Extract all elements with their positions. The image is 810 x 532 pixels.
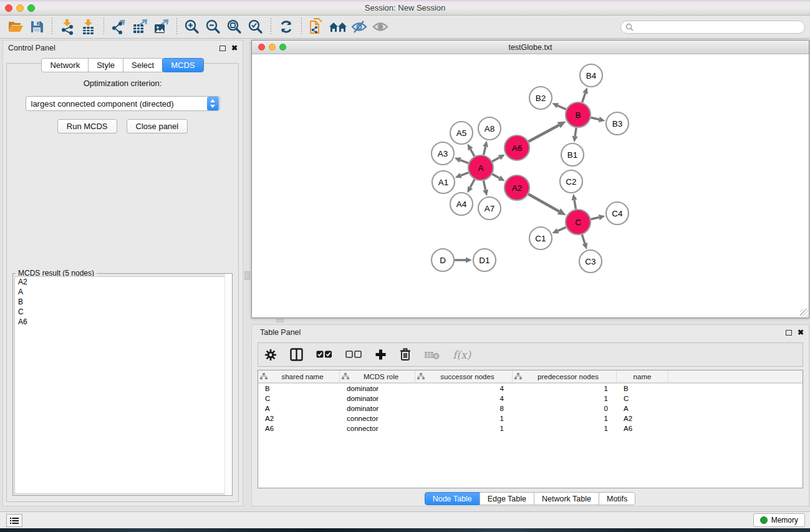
network-close-button[interactable]: [258, 44, 265, 51]
refresh-button[interactable]: [276, 17, 297, 36]
tab-motifs[interactable]: Motifs: [599, 492, 635, 505]
zoom-fit-button[interactable]: [224, 17, 245, 36]
add-column-button[interactable]: [375, 349, 387, 360]
export-network-button[interactable]: [108, 17, 130, 36]
graph-edge-A6-B[interactable]: [528, 125, 559, 142]
tab-node-table[interactable]: Node Table: [425, 492, 480, 505]
horizontal-divider-grip[interactable]: [276, 319, 284, 322]
graph-edge-A-A8[interactable]: [484, 147, 486, 155]
window-resize-grip[interactable]: [800, 309, 808, 317]
graph-edge-A-A4[interactable]: [470, 180, 475, 188]
graph-node-A7[interactable]: A7: [478, 197, 501, 220]
import-network-button[interactable]: [57, 17, 78, 36]
mcds-result-item[interactable]: A6: [15, 317, 230, 327]
table-row[interactable]: Adominator80A: [258, 404, 803, 414]
table-row[interactable]: A6connector11A6: [258, 423, 803, 433]
memory-button[interactable]: Memory: [753, 513, 805, 527]
graph-node-D[interactable]: D: [432, 249, 454, 271]
task-history-button[interactable]: [6, 514, 22, 527]
graph-node-B3[interactable]: B3: [606, 112, 629, 135]
run-mcds-button[interactable]: Run MCDS: [57, 119, 117, 133]
graph-edge-C-C1[interactable]: [558, 227, 566, 231]
graph-edge-A-A6[interactable]: [492, 157, 499, 161]
network-zoom-button[interactable]: [279, 44, 286, 51]
export-image-button[interactable]: [151, 17, 172, 36]
graph-edge-A-A3[interactable]: [460, 160, 468, 163]
network-window-titlebar[interactable]: testGlobe.txt: [252, 41, 809, 54]
graph-edge-C-C2[interactable]: [574, 200, 576, 210]
search-input[interactable]: [620, 21, 805, 34]
graph-edge-C-C3[interactable]: [582, 235, 585, 243]
graph-node-A6[interactable]: A6: [504, 135, 529, 160]
graph-node-D1[interactable]: D1: [473, 249, 496, 271]
close-panel-button[interactable]: Close panel: [127, 119, 188, 133]
graph-edge-A-A2[interactable]: [492, 174, 499, 178]
tab-style[interactable]: Style: [88, 58, 123, 72]
toggle-panel-columns-button[interactable]: [290, 348, 303, 361]
graph-node-B1[interactable]: B1: [561, 143, 584, 166]
float-panel-icon[interactable]: [219, 46, 226, 51]
hide-selected-button[interactable]: [349, 17, 370, 36]
graph-node-A8[interactable]: A8: [478, 117, 501, 140]
mcds-result-item[interactable]: A: [15, 287, 230, 297]
graph-edge-B-B1[interactable]: [575, 128, 576, 136]
table-settings-button[interactable]: [264, 349, 277, 361]
import-table-button[interactable]: [78, 17, 99, 36]
export-table-button[interactable]: [130, 17, 151, 36]
mcds-result-scrollbar[interactable]: [224, 274, 232, 495]
tab-network[interactable]: Network: [41, 58, 89, 72]
graph-node-B[interactable]: B: [566, 102, 591, 127]
show-all-button[interactable]: [370, 17, 391, 36]
graph-edge-A-A1[interactable]: [461, 173, 468, 176]
delete-column-button[interactable]: [400, 348, 411, 361]
graph-edge-B-B4[interactable]: [582, 93, 586, 102]
graph-node-C2[interactable]: C2: [560, 170, 582, 193]
graph-node-A[interactable]: A: [468, 155, 493, 180]
graph-node-C1[interactable]: C1: [529, 227, 552, 249]
table-row[interactable]: Bdominator41B: [258, 384, 803, 394]
graph-node-A1[interactable]: A1: [432, 171, 455, 193]
tab-edge-table[interactable]: Edge Table: [480, 492, 534, 505]
open-file-button[interactable]: [5, 17, 26, 36]
graph-node-C3[interactable]: C3: [579, 250, 602, 273]
select-all-button[interactable]: [316, 351, 332, 359]
network-canvas[interactable]: B4B2BB3A8A5A6A3B1AC2A1A2A4A7C4CC1C3DD1: [252, 54, 809, 317]
mcds-result-item[interactable]: A2: [15, 277, 230, 287]
table-row[interactable]: Cdominator41C: [258, 394, 803, 404]
column-header-successor-nodes[interactable]: successor nodes: [415, 370, 513, 382]
graph-node-B4[interactable]: B4: [580, 64, 602, 87]
vertical-divider-grip[interactable]: [244, 271, 250, 280]
graph-edge-B-B3[interactable]: [591, 118, 599, 120]
tab-network-table[interactable]: Network Table: [534, 492, 599, 505]
graph-node-B2[interactable]: B2: [529, 87, 552, 109]
graph-edge-A-A7[interactable]: [483, 181, 485, 190]
table-row[interactable]: A2connector11A2: [258, 414, 803, 423]
graph-edge-A2-C[interactable]: [528, 194, 559, 211]
first-neighbors-button[interactable]: [327, 17, 349, 36]
new-network-from-selection-button[interactable]: [306, 17, 327, 36]
graph-node-C[interactable]: C: [566, 210, 591, 235]
graph-node-A5[interactable]: A5: [450, 122, 473, 144]
graph-node-A4[interactable]: A4: [450, 193, 473, 215]
tab-mcds[interactable]: MCDS: [162, 58, 203, 72]
tab-select[interactable]: Select: [123, 58, 163, 72]
float-panel-icon[interactable]: [786, 330, 792, 336]
criterion-dropdown[interactable]: largest connected component (directed): [26, 96, 220, 111]
column-header-name[interactable]: name: [617, 370, 668, 382]
graph-edge-B-B2[interactable]: [557, 105, 566, 109]
graph-node-A3[interactable]: A3: [432, 142, 454, 165]
deselect-all-button[interactable]: [345, 351, 362, 359]
zoom-out-button[interactable]: [203, 17, 224, 36]
column-header-mcds-role[interactable]: MCDS role: [340, 370, 415, 382]
graph-edge-C-C4[interactable]: [591, 218, 599, 220]
zoom-selected-button[interactable]: [245, 17, 266, 36]
network-minimize-button[interactable]: [269, 44, 276, 51]
graph-node-C4[interactable]: C4: [606, 202, 629, 225]
delete-table-button-disabled[interactable]: [424, 350, 440, 360]
zoom-in-button[interactable]: [181, 17, 203, 36]
close-panel-icon[interactable]: ✖: [231, 45, 238, 51]
mcds-result-item[interactable]: B: [15, 297, 230, 307]
function-builder-button-disabled[interactable]: f(x): [453, 349, 471, 361]
save-session-button[interactable]: [26, 17, 47, 36]
column-header-predecessor-nodes[interactable]: predecessor nodes: [513, 370, 617, 382]
